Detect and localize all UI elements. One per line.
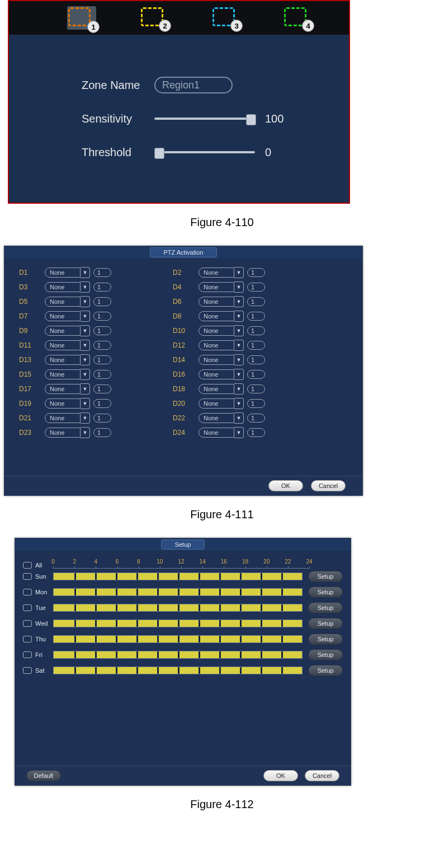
chevron-down-icon[interactable]: ▼ [234,354,244,365]
chevron-down-icon[interactable]: ▼ [234,311,244,322]
ptz-option-select[interactable]: None [199,268,234,278]
ptz-preset-input[interactable]: 1 [93,428,111,437]
day-checkbox[interactable] [23,589,32,595]
ptz-option-select[interactable]: None [45,340,81,350]
chevron-down-icon[interactable]: ▼ [81,281,90,293]
day-setup-button[interactable]: Setup [308,602,343,613]
ptz-option-select[interactable]: None [45,413,81,423]
ptz-preset-input[interactable]: 1 [93,355,111,364]
day-setup-button[interactable]: Setup [308,649,343,660]
chevron-down-icon[interactable]: ▼ [234,340,244,351]
chevron-down-icon[interactable]: ▼ [234,398,244,409]
ptz-option-select[interactable]: None [45,311,81,321]
ptz-option-select[interactable]: None [199,355,234,365]
ptz-preset-input[interactable]: 1 [247,370,265,379]
ptz-preset-input[interactable]: 1 [247,399,265,408]
day-setup-button[interactable]: Setup [308,587,343,598]
chevron-down-icon[interactable]: ▼ [81,398,90,409]
ptz-option-select[interactable]: None [199,384,234,394]
threshold-slider[interactable] [154,147,255,158]
chevron-down-icon[interactable]: ▼ [234,296,244,307]
ptz-preset-input[interactable]: 1 [247,312,265,321]
zone-tab-3[interactable]: 3 [212,7,239,29]
ptz-preset-input[interactable]: 1 [93,268,111,277]
sched-ok-button[interactable]: OK [263,770,298,781]
day-timeline[interactable] [53,604,303,612]
day-checkbox[interactable] [23,636,32,642]
chevron-down-icon[interactable]: ▼ [81,354,90,365]
ptz-option-select[interactable]: None [199,282,234,292]
chevron-down-icon[interactable]: ▼ [81,311,90,322]
ptz-preset-input[interactable]: 1 [247,355,265,364]
ptz-option-select[interactable]: None [45,428,81,438]
ptz-preset-input[interactable]: 1 [93,312,111,321]
chevron-down-icon[interactable]: ▼ [81,296,90,307]
ptz-option-select[interactable]: None [45,326,81,336]
ptz-preset-input[interactable]: 1 [93,341,111,350]
ptz-preset-input[interactable]: 1 [93,297,111,306]
day-timeline[interactable] [53,573,303,580]
day-setup-button[interactable]: Setup [308,571,343,582]
day-timeline[interactable] [53,635,303,643]
ptz-preset-input[interactable]: 1 [247,268,265,277]
ptz-option-select[interactable]: None [45,355,81,365]
ptz-option-select[interactable]: None [45,297,81,307]
ptz-option-select[interactable]: None [199,428,234,438]
chevron-down-icon[interactable]: ▼ [234,369,244,380]
ptz-preset-input[interactable]: 1 [247,341,265,350]
ptz-option-select[interactable]: None [45,268,81,278]
chevron-down-icon[interactable]: ▼ [234,427,244,438]
chevron-down-icon[interactable]: ▼ [81,369,90,380]
chevron-down-icon[interactable]: ▼ [81,340,90,351]
chevron-down-icon[interactable]: ▼ [81,267,90,278]
ptz-preset-input[interactable]: 1 [93,326,111,335]
ptz-preset-input[interactable]: 1 [93,370,111,379]
chevron-down-icon[interactable]: ▼ [234,267,244,278]
ptz-option-select[interactable]: None [199,398,234,409]
day-checkbox[interactable] [23,667,32,674]
ptz-preset-input[interactable]: 1 [247,428,265,437]
day-setup-button[interactable]: Setup [308,634,343,645]
day-timeline[interactable] [53,620,303,627]
ptz-preset-input[interactable]: 1 [247,384,265,393]
ptz-preset-input[interactable]: 1 [93,399,111,408]
ptz-preset-input[interactable]: 1 [93,384,111,393]
ptz-option-select[interactable]: None [45,282,81,292]
zone-name-input[interactable]: Region1 [154,77,233,93]
chevron-down-icon[interactable]: ▼ [81,383,90,395]
day-checkbox[interactable] [23,573,32,580]
ptz-cancel-button[interactable]: Cancel [311,480,346,491]
ptz-option-select[interactable]: None [199,297,234,307]
chevron-down-icon[interactable]: ▼ [81,412,90,424]
all-checkbox[interactable] [23,562,32,569]
chevron-down-icon[interactable]: ▼ [234,281,244,293]
zone-tab-2[interactable]: 2 [141,7,168,29]
zone-tab-4[interactable]: 4 [284,7,311,29]
day-setup-button[interactable]: Setup [308,618,343,629]
ptz-preset-input[interactable]: 1 [93,414,111,423]
day-checkbox[interactable] [23,620,32,627]
chevron-down-icon[interactable]: ▼ [234,383,244,395]
day-timeline[interactable] [53,588,303,596]
ptz-preset-input[interactable]: 1 [247,283,265,292]
sched-cancel-button[interactable]: Cancel [305,770,339,781]
ptz-option-select[interactable]: None [199,369,234,379]
ptz-preset-input[interactable]: 1 [247,414,265,423]
ptz-option-select[interactable]: None [199,413,234,423]
ptz-preset-input[interactable]: 1 [93,283,111,292]
chevron-down-icon[interactable]: ▼ [81,325,90,336]
ptz-option-select[interactable]: None [45,384,81,394]
ptz-option-select[interactable]: None [199,326,234,336]
ptz-option-select[interactable]: None [45,398,81,409]
day-timeline[interactable] [53,667,303,674]
sensitivity-slider[interactable] [154,113,255,124]
day-checkbox[interactable] [23,604,32,611]
ptz-option-select[interactable]: None [199,311,234,321]
day-timeline[interactable] [53,651,303,659]
ptz-preset-input[interactable]: 1 [247,297,265,306]
day-checkbox[interactable] [23,651,32,658]
ptz-option-select[interactable]: None [45,369,81,379]
chevron-down-icon[interactable]: ▼ [234,412,244,424]
zone-tab-1[interactable]: 1 [67,6,96,30]
default-button[interactable]: Default [26,770,61,781]
